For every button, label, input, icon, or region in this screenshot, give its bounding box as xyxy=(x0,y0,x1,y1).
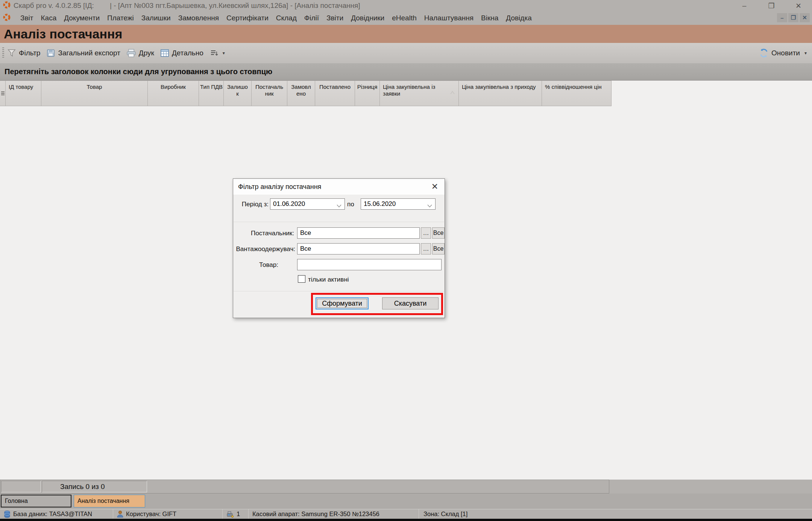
sort-ascending-icon xyxy=(450,91,455,94)
table-header: ІД товару Товар Виробник Тип ПДВ Залишок… xyxy=(0,81,812,106)
refresh-icon xyxy=(759,48,769,58)
column-header-vyrobnyk[interactable]: Виробник xyxy=(148,81,199,106)
grid-handle-icon xyxy=(1,91,5,96)
toolbar: Фільтр Загальний експорт Друк xyxy=(0,43,812,63)
menu-item-zvit[interactable]: Звіт xyxy=(17,12,37,24)
column-header-zamovleno[interactable]: Замовлено xyxy=(287,81,315,106)
column-header-postachalnyk[interactable]: Постачальник xyxy=(252,81,287,106)
consignee-browse-button[interactable]: … xyxy=(421,243,431,254)
export-button[interactable]: Загальний експорт xyxy=(43,46,123,60)
column-header-zalyshok[interactable]: Залишок xyxy=(224,81,252,106)
tab-holovna[interactable]: Головна xyxy=(1,495,71,507)
refresh-button[interactable]: Оновити xyxy=(756,46,803,60)
supplier-input[interactable]: Все xyxy=(297,227,420,239)
record-count: Запись 0 из 0 xyxy=(60,483,105,491)
consignee-all-button[interactable]: Все xyxy=(432,243,445,254)
menu-item-zamovlennia[interactable]: Замовлення xyxy=(175,12,223,24)
menu-logo-icon xyxy=(3,14,11,23)
tab-analiz-postachannia[interactable]: Аналіз постачання xyxy=(74,495,145,507)
chevron-down-icon[interactable]: ▾ xyxy=(221,50,226,56)
cash-register-icon xyxy=(226,511,234,518)
menu-item-zvity[interactable]: Звіти xyxy=(323,12,347,24)
only-active-label: тільки активні xyxy=(308,276,349,283)
menu-item-vikna[interactable]: Вікна xyxy=(477,12,502,24)
list-options-button[interactable]: ▾ xyxy=(206,46,229,60)
window-minimize-button[interactable]: – xyxy=(731,0,758,11)
dialog-title: Фільтр аналізу постачання xyxy=(238,183,321,191)
column-header-tovar[interactable]: Товар xyxy=(41,81,148,106)
record-count-cell: Запись 0 из 0 xyxy=(42,481,147,492)
column-header-riznytsia[interactable]: Різниця xyxy=(355,81,380,106)
window-restore-button[interactable]: ❐ xyxy=(758,0,785,11)
period-from-combo[interactable]: 01.06.2020 xyxy=(270,198,345,210)
chevron-down-icon[interactable] xyxy=(337,202,341,210)
record-navigator-cell xyxy=(1,481,41,492)
menu-item-zalyshky[interactable]: Залишки xyxy=(138,12,175,24)
bottom-tabs: Головна Аналіз постачання xyxy=(0,494,812,509)
mdi-close-button[interactable]: ✕ xyxy=(800,13,810,22)
column-header-tsina-prykhodu[interactable]: Ціна закупівельна з приходу xyxy=(459,81,542,106)
filter-dialog: Фільтр аналізу постачання ✕ Період з: 01… xyxy=(233,178,445,318)
supplier-label: Постачальник: xyxy=(233,230,294,237)
menu-bar: Звіт Каса Документи Платежі Залишки Замо… xyxy=(0,11,812,25)
supplier-all-button[interactable]: Все xyxy=(432,227,445,239)
product-label: Товар: xyxy=(233,261,278,269)
funnel-icon xyxy=(7,49,16,58)
window-title: Скарб pro v. 4.0.2.85 [ІД: | - [Апт №003… xyxy=(14,2,360,10)
status-database: База даних: TASA3@TITAN xyxy=(0,509,113,519)
period-from-label: Період з: xyxy=(233,201,269,208)
menu-item-nalashtuvannia[interactable]: Налаштування xyxy=(420,12,477,24)
record-navigator: Запись 0 из 0 xyxy=(0,480,609,494)
chevron-down-icon[interactable] xyxy=(427,202,432,210)
column-header-id[interactable]: ІД товару xyxy=(6,81,41,106)
page-title: Аналіз постачання xyxy=(4,27,122,41)
menu-item-filii[interactable]: Філії xyxy=(301,12,323,24)
dialog-close-icon[interactable]: ✕ xyxy=(427,180,442,193)
app-logo-icon xyxy=(3,1,11,10)
menu-item-dokumenty[interactable]: Документи xyxy=(60,12,103,24)
submit-button[interactable]: Сформувати xyxy=(316,297,369,309)
window-titlebar: Скарб pro v. 4.0.2.85 [ІД: | - [Апт №003… xyxy=(0,0,812,11)
menu-item-ehealth[interactable]: eHealth xyxy=(388,12,420,24)
menu-item-dovidka[interactable]: Довідка xyxy=(502,12,535,24)
status-user: Користувач: GIFT xyxy=(113,509,222,519)
printer-icon xyxy=(126,49,136,58)
status-register-count: 1 xyxy=(223,509,248,519)
supplier-browse-button[interactable]: … xyxy=(421,227,431,239)
detail-button[interactable]: Детально xyxy=(157,46,206,60)
column-header-postavleno[interactable]: Поставлено xyxy=(315,81,355,106)
dialog-titlebar[interactable]: Фільтр аналізу постачання ✕ xyxy=(233,179,445,195)
mdi-minimize-button[interactable]: – xyxy=(777,13,787,22)
filter-button[interactable]: Фільтр xyxy=(4,46,43,60)
period-to-combo[interactable]: 15.06.2020 xyxy=(361,198,436,210)
sort-list-icon xyxy=(209,49,219,58)
consignee-input[interactable]: Все xyxy=(297,243,420,254)
period-to-label: по xyxy=(347,201,358,208)
menu-item-platezhi[interactable]: Платежі xyxy=(103,12,138,24)
window-close-button[interactable]: ✕ xyxy=(785,0,812,11)
print-button[interactable]: Друк xyxy=(123,46,157,60)
page-title-band: Аналіз постачання xyxy=(0,25,812,43)
refresh-dropdown-icon[interactable]: ▾ xyxy=(803,50,808,56)
product-input[interactable] xyxy=(297,259,442,270)
menu-item-sklad[interactable]: Склад xyxy=(272,12,301,24)
column-header-spivvidnoshennia[interactable]: % співвідношення цін xyxy=(542,81,612,106)
status-register: Касовий апарат: Samsung ER-350 №123456 xyxy=(249,509,419,519)
only-active-checkbox[interactable] xyxy=(298,275,305,283)
dialog-divider xyxy=(234,222,444,222)
column-header-typ-pdv[interactable]: Тип ПДВ xyxy=(199,81,224,106)
column-header-tsina-zaiavky[interactable]: Ціна закупівельна із заявки xyxy=(380,81,459,106)
consignee-label: Вантажоодержувач: xyxy=(233,245,295,253)
group-by-hint: Перетягніть заголовок колонки сюди для у… xyxy=(5,67,272,76)
menu-item-dovidnyky[interactable]: Довідники xyxy=(347,12,388,24)
export-disk-icon xyxy=(46,49,55,58)
table-grid-icon xyxy=(160,49,169,58)
menu-item-kasa[interactable]: Каса xyxy=(37,12,61,24)
user-icon xyxy=(117,510,123,518)
mdi-restore-button[interactable]: ❐ xyxy=(788,13,798,22)
group-by-panel[interactable]: Перетягніть заголовок колонки сюди для у… xyxy=(0,63,812,81)
cancel-button[interactable]: Скасувати xyxy=(382,297,439,309)
status-bar: База даних: TASA3@TITAN Користувач: GIFT… xyxy=(0,509,812,519)
dialog-divider xyxy=(234,291,444,291)
menu-item-sertyfikaty[interactable]: Сертифікати xyxy=(223,12,272,24)
